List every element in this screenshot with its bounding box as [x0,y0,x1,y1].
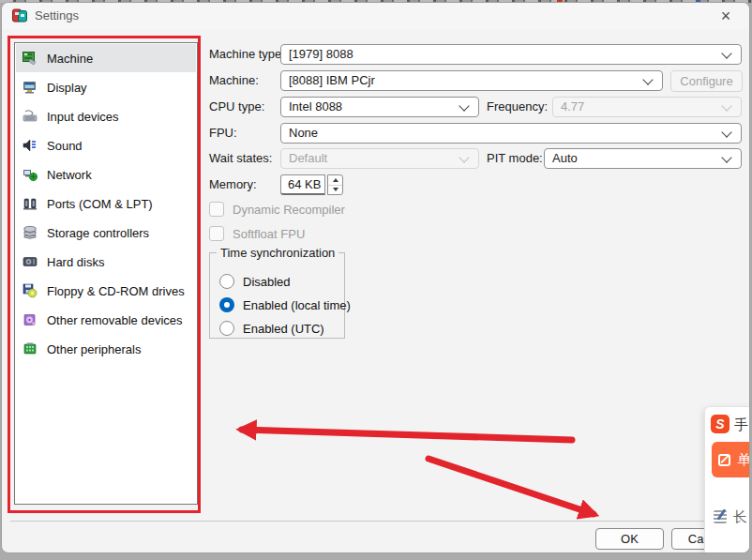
sidebar-item-label: Floppy & CD-ROM drives [47,284,185,298]
cpu-type-label: CPU type: [209,97,264,117]
sidebar-item-storage-controllers[interactable]: Storage controllers [16,219,196,247]
sidebar-item-label: Input devices [47,110,119,124]
sidebar-item-label: Machine [47,52,93,66]
network-icon [23,167,38,182]
sogou-logo: S [711,415,729,433]
chevron-down-icon [721,48,731,58]
sidebar-item-label: Display [47,81,87,95]
chevron-down-icon [721,127,731,137]
window-title: Settings [35,8,79,23]
chevron-down-icon [642,74,653,84]
chevron-down-icon [459,152,469,162]
triangle-up-icon [333,178,338,182]
dynamic-recompiler-checkbox: Dynamic Recompiler [209,201,345,218]
memory-spinner [327,174,343,195]
chevron-down-icon [459,100,469,111]
radio-label: Enabled (UTC) [243,322,324,336]
frequency-combobox: 4.77 [552,97,742,117]
sidebar-item-network[interactable]: Network [16,160,196,189]
radio-button-icon[interactable] [219,321,234,336]
sidebar-item-ports[interactable]: Ports (COM & LPT) [16,189,196,218]
sidebar-item-label: Storage controllers [47,226,149,240]
radio-label: Enabled (local time) [243,298,351,312]
time-sync-radio-enabled-local[interactable]: Enabled (local time) [219,295,351,314]
radio-button-icon[interactable] [219,274,234,289]
sidebar-item-label: Sound [47,139,83,153]
ok-button[interactable]: OK [595,528,664,550]
sidebar-item-other-peripherals[interactable]: Other peripherals [16,335,196,363]
machine-combobox[interactable]: [8088] IBM PCjr [280,70,663,91]
panel-row-capture-button[interactable]: 单 [712,442,750,477]
checkbox-label: Dynamic Recompiler [233,203,345,217]
pit-mode-label: PIT mode: [487,148,543,169]
pit-mode-combobox[interactable]: Auto [544,148,742,169]
input-devices-icon [23,109,38,124]
checkbox-box [209,202,224,217]
time-sync-groupbox: Time synchronization DisabledEnabled (lo… [209,252,345,339]
peripherals-icon [23,341,38,356]
storage-icon [23,225,38,240]
wait-states-combobox: Default [280,148,479,169]
machine-type-combobox[interactable]: [1979] 8088 [280,44,742,65]
hard-disk-icon [23,254,38,269]
floppy-cd-icon [23,283,38,298]
footer-divider [10,521,743,522]
chevron-down-icon [721,100,731,111]
machine-label: Machine: [209,70,259,91]
memory-label: Memory: [209,174,257,195]
ports-icon [23,196,38,211]
wait-states-label: Wait states: [209,148,272,169]
chevron-down-icon [721,152,731,162]
machine-icon [23,51,38,66]
sidebar-item-input-devices[interactable]: Input devices [16,102,196,130]
close-icon[interactable]: × [710,5,742,27]
sidebar-item-label: Other removable devices [47,313,183,327]
display-icon [23,80,38,95]
sidebar-item-label: Hard disks [47,255,104,269]
checkbox-box [209,226,224,241]
sidebar-item-machine[interactable]: Machine [16,44,196,72]
sidebar-list: MachineDisplayInput devicesSoundNetworkP… [14,42,198,505]
86box-app-icon [12,8,27,23]
fpu-label: FPU: [209,123,237,144]
frequency-label: Frequency: [487,97,548,117]
radio-button-icon[interactable] [219,297,234,312]
checkbox-label: Softfloat FPU [233,227,305,241]
time-sync-radio-disabled[interactable]: Disabled [219,272,291,291]
memory-spinbox[interactable]: 64 KB [280,174,325,195]
sidebar-item-display[interactable]: Display [16,73,196,101]
sidebar-item-label: Ports (COM & LPT) [47,197,153,211]
sidebar-item-other-removable-devices[interactable]: Other removable devices [16,306,196,334]
sidebar-item-floppy-cdrom-drives[interactable]: Floppy & CD-ROM drives [16,277,196,305]
panel-row-mobile-label[interactable]: 手 [734,416,748,434]
sidebar-item-label: Other peripherals [47,342,141,356]
fpu-combobox[interactable]: None [280,123,742,144]
sidebar-item-hard-disks[interactable]: Hard disks [16,248,196,276]
configure-button: Configure [670,70,743,92]
removable-icon [23,312,38,327]
title-bar[interactable]: Settings × [2,3,749,29]
time-sync-radio-enabled-utc[interactable]: Enabled (UTC) [219,319,324,338]
time-sync-title: Time synchronization [217,246,338,260]
sidebar-item-label: Network [47,168,92,182]
edit-square-icon [718,454,730,466]
spin-down-button[interactable] [328,186,342,195]
panel-row-long-label[interactable]: 长 [733,508,747,526]
screenshot-tool-panel: S 手 单 长 [704,406,750,553]
spin-up-button[interactable] [328,175,342,186]
triangle-down-icon [333,188,338,191]
radio-label: Disabled [243,275,291,289]
machine-type-label: Machine type: [209,44,285,65]
sound-icon [23,138,38,153]
settings-dialog: Settings × MachineDisplayInput devicesSo… [1,2,750,553]
softfloat-fpu-checkbox: Softfloat FPU [209,225,305,242]
cpu-type-combobox[interactable]: Intel 8088 [280,97,479,117]
sidebar-item-sound[interactable]: Sound [16,131,196,159]
